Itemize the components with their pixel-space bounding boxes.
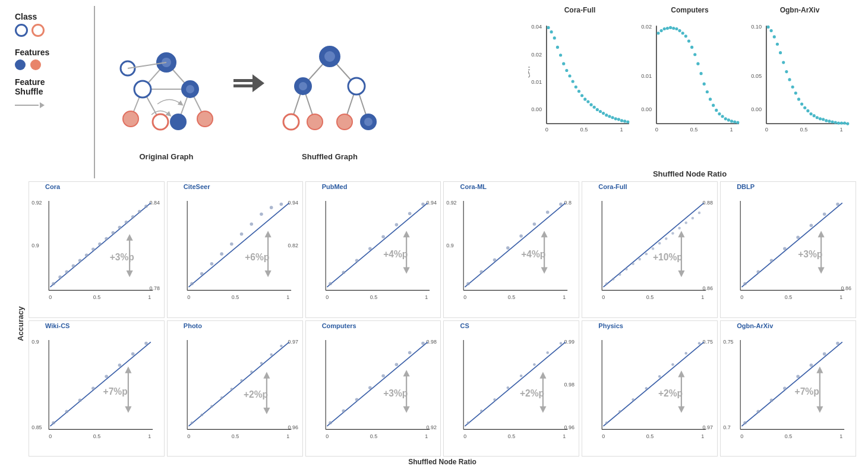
shuffled-graph-container: Shuffled Graph (270, 24, 389, 161)
svg-text:0.97: 0.97 (703, 424, 713, 430)
scatter-svg-physics: 0.75 0.97 0 0.5 1 (583, 330, 716, 449)
svg-text:0: 0 (545, 127, 548, 133)
svg-marker-170 (127, 234, 133, 241)
svg-point-316 (260, 361, 263, 364)
svg-text:+10%p: +10%p (653, 252, 683, 262)
svg-marker-259 (678, 231, 685, 237)
svg-point-128 (800, 103, 803, 106)
svg-point-313 (230, 388, 232, 390)
svg-text:0.92: 0.92 (426, 424, 436, 430)
svg-point-249 (645, 253, 648, 255)
svg-point-63 (595, 108, 598, 111)
svg-text:0.94: 0.94 (288, 200, 298, 206)
scatter-svg-cs: 0.99 0.98 0.96 0 0.5 1 (445, 330, 577, 449)
svg-point-86 (668, 26, 671, 29)
svg-line-351 (465, 342, 566, 426)
svg-marker-232 (541, 231, 548, 237)
svg-point-103 (721, 115, 724, 118)
svg-marker-382 (678, 406, 685, 413)
svg-point-184 (220, 252, 223, 256)
svg-text:0.04: 0.04 (531, 24, 542, 30)
svg-text:1: 1 (286, 433, 289, 439)
scatter-title-computers-scatter: Computers (322, 322, 356, 329)
svg-point-253 (672, 232, 674, 234)
svg-point-12 (123, 111, 138, 127)
scatter-svg-pubmed: 0.94 0 0.5 1 (307, 191, 440, 310)
svg-point-334 (368, 386, 372, 389)
scatter-title-cora: Cora (45, 183, 60, 190)
svg-point-94 (693, 53, 696, 56)
svg-point-394 (770, 398, 774, 402)
svg-point-119 (772, 35, 775, 38)
svg-text:+2%p: +2%p (520, 388, 544, 398)
svg-point-208 (408, 212, 412, 215)
svg-text:0.9: 0.9 (447, 243, 454, 248)
bottom-grid-wrapper: Accuracy Cora 0.92 0.9 0.84 (12, 181, 856, 466)
svg-point-229 (546, 210, 550, 214)
svg-text:+4%p: +4%p (522, 249, 546, 259)
scatter-cell-citeseer: CiteSeer 0.94 0.82 0 0.5 1 (167, 181, 303, 318)
svg-point-100 (712, 104, 715, 107)
svg-text:0.75: 0.75 (723, 338, 733, 344)
svg-point-97 (702, 83, 705, 86)
svg-marker-299 (125, 406, 131, 413)
svg-point-156 (65, 270, 68, 273)
svg-point-106 (730, 119, 733, 122)
scatter-cell-cs: CS 0.99 0.98 0.96 0 0.5 1 (443, 320, 579, 457)
svg-point-318 (280, 344, 282, 347)
top-section: Class Features FeatureShuffle (12, 6, 856, 178)
feature-dot-blue (15, 59, 26, 70)
svg-point-87 (672, 27, 675, 30)
svg-text:0.94: 0.94 (426, 200, 436, 206)
svg-text:+4%p: +4%p (383, 249, 408, 259)
svg-point-374 (632, 398, 635, 401)
svg-text:1: 1 (730, 127, 733, 133)
grid-and-xlabel: Cora 0.92 0.9 0.84 0.78 0 0.5 (29, 181, 856, 466)
cfh-svg-ogbn: 0.10 0.05 0.00 0 0.5 1 (748, 15, 852, 146)
svg-point-224 (480, 270, 484, 273)
svg-point-101 (715, 109, 718, 112)
svg-point-309 (191, 421, 193, 424)
scatter-cell-ogbn-scatter: Ogbn-ArXiv 0.75 0.7 0 0.5 1 (720, 320, 856, 457)
svg-point-134 (818, 117, 821, 120)
svg-text:0.82: 0.82 (288, 243, 298, 248)
svg-point-123 (785, 70, 788, 73)
features-label: Features (15, 48, 91, 57)
svg-text:0.86: 0.86 (841, 285, 851, 291)
svg-rect-18 (233, 79, 252, 82)
svg-point-9 (134, 81, 151, 97)
svg-point-83 (659, 29, 662, 32)
legend-panel: Class Features FeatureShuffle (12, 6, 95, 178)
svg-text:0.84: 0.84 (150, 200, 160, 206)
svg-point-143 (846, 122, 849, 125)
svg-text:0.92: 0.92 (447, 200, 457, 206)
svg-point-269 (743, 282, 747, 285)
svg-text:0.96: 0.96 (564, 424, 575, 430)
svg-point-247 (632, 263, 635, 265)
svg-point-85 (665, 27, 668, 30)
svg-point-52 (562, 62, 565, 65)
svg-point-310 (200, 413, 203, 416)
svg-text:0: 0 (740, 433, 743, 439)
scatter-cell-dblp: DBLP 0.86 0 0.5 1 (720, 181, 856, 318)
svg-marker-233 (541, 267, 548, 273)
svg-point-181 (190, 282, 194, 285)
svg-text:0.9: 0.9 (31, 243, 39, 248)
svg-point-377 (672, 363, 674, 366)
svg-text:0.5: 0.5 (93, 433, 100, 439)
svg-text:0.5: 0.5 (646, 294, 654, 300)
svg-text:+6%p: +6%p (245, 252, 269, 262)
scatter-title-photo: Photo (184, 322, 202, 329)
svg-point-270 (757, 270, 760, 273)
svg-point-256 (692, 217, 694, 219)
svg-text:0.5: 0.5 (785, 433, 792, 439)
svg-point-165 (125, 221, 128, 224)
y-label-col: Accuracy (12, 181, 29, 466)
svg-point-33 (307, 114, 323, 130)
svg-point-314 (240, 379, 242, 381)
svg-point-186 (240, 232, 244, 236)
cfh-title-ogbn: Ogbn-ArXiv (780, 6, 820, 14)
svg-point-357 (534, 363, 536, 366)
svg-marker-193 (264, 270, 271, 277)
svg-text:0.98: 0.98 (564, 381, 575, 387)
